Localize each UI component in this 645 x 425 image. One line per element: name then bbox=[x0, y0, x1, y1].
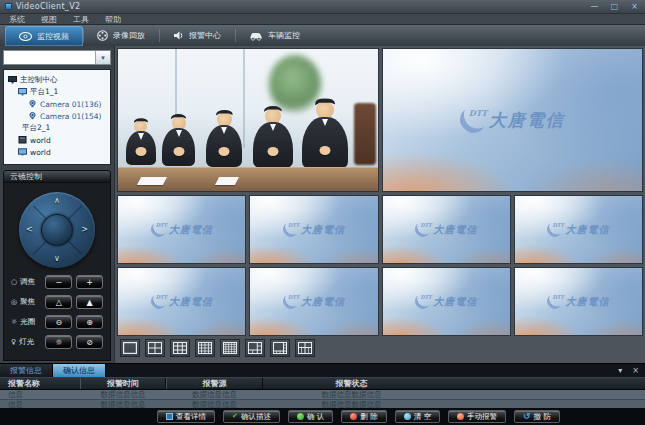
dtt-watermark: DTT 大唐電信 bbox=[383, 49, 643, 191]
bulb-icon: ♀ bbox=[11, 338, 16, 346]
menu-help[interactable]: 帮助 bbox=[105, 14, 121, 25]
layout-16-button[interactable] bbox=[195, 339, 215, 357]
tree-item-control-center[interactable]: 主控制中心 bbox=[6, 74, 108, 86]
ptz-row-label: 光圈 bbox=[20, 317, 35, 327]
confirm-button[interactable]: 确 认 bbox=[288, 410, 333, 423]
col-alarm-status: 报警状态 bbox=[263, 378, 440, 389]
video-tile-idle[interactable]: DTT 大唐電信 bbox=[382, 48, 644, 192]
layout-25-button[interactable] bbox=[220, 339, 240, 357]
clear-icon bbox=[404, 413, 411, 420]
disarm-button[interactable]: ↺撤 防 bbox=[514, 410, 560, 423]
light-off-button[interactable]: ⊘ bbox=[76, 335, 103, 349]
tree-item-world-2[interactable]: world bbox=[6, 146, 108, 158]
iris-open-button[interactable]: ⊕ bbox=[76, 315, 103, 329]
tree-item-platform1[interactable]: 平台1_1 bbox=[6, 86, 108, 98]
table-row[interactable]: 信息 数据信息信息 数据信息信息 数据信息数据信息 bbox=[0, 390, 645, 400]
ptz-row-light: ♀灯光 ☼ ⊘ bbox=[11, 335, 103, 349]
window-pane bbox=[243, 49, 245, 148]
minimize-button[interactable]: — bbox=[589, 1, 600, 12]
device-combo[interactable]: ▾ bbox=[3, 50, 111, 65]
tab-alarm-center[interactable]: 报警中心 bbox=[159, 25, 235, 46]
ptz-down-arrow[interactable]: ∨ bbox=[54, 255, 60, 263]
watermark-text: 大唐電信 bbox=[489, 109, 565, 132]
video-tile-idle[interactable]: DTT大唐電信 bbox=[382, 195, 511, 264]
video-tile-idle[interactable]: DTT大唐電信 bbox=[117, 267, 246, 336]
main-toolbar: 监控视频 录像回放 报警中心 车辆监控 bbox=[0, 25, 645, 46]
tree-item-platform2[interactable]: 平台2_1 bbox=[6, 122, 108, 134]
manual-alarm-button[interactable]: 手动报警 bbox=[448, 410, 506, 423]
zoom-minus-button[interactable]: − bbox=[45, 275, 72, 289]
tab-vehicle-monitor[interactable]: 车辆监控 bbox=[235, 25, 314, 46]
dtt-prefix: DTT bbox=[469, 108, 488, 118]
video-tile-idle[interactable]: DTT大唐電信 bbox=[514, 195, 643, 264]
close-button[interactable]: × bbox=[629, 1, 640, 12]
dtt-watermark: DTT大唐電信 bbox=[118, 268, 245, 335]
video-tile-idle[interactable]: DTT大唐電信 bbox=[117, 195, 246, 264]
paper bbox=[137, 177, 167, 185]
focus-far-button[interactable]: ▲ bbox=[76, 295, 103, 309]
eye-icon bbox=[19, 32, 32, 41]
ptz-right-arrow[interactable]: > bbox=[81, 226, 88, 234]
col-alarm-source: 报警源 bbox=[166, 378, 263, 389]
menu-system[interactable]: 系统 bbox=[9, 14, 25, 25]
ptz-row-label: 灯光 bbox=[19, 337, 34, 347]
layout-9-icon bbox=[173, 342, 187, 354]
iris-close-button[interactable]: ⊖ bbox=[45, 315, 72, 329]
ptz-panel: ∧ ∨ < > ○调焦 − + ◎聚焦 △ ▲ ☼光圈 ⊖ bbox=[3, 183, 111, 361]
tab-label: 监控视频 bbox=[37, 31, 69, 42]
ptz-left-arrow[interactable]: < bbox=[26, 226, 33, 234]
layout-4-button[interactable] bbox=[145, 339, 165, 357]
light-on-button[interactable]: ☼ bbox=[45, 335, 72, 349]
view-details-button[interactable]: 查看详情 bbox=[157, 410, 215, 423]
tab-confirm-info[interactable]: 确认信息 bbox=[53, 364, 106, 377]
cell-alarm-source: 数据信息信息 bbox=[166, 390, 263, 400]
person-silhouette bbox=[302, 101, 348, 169]
dtt-watermark: DTT大唐電信 bbox=[250, 196, 377, 263]
video-tile-idle[interactable]: DTT大唐電信 bbox=[249, 267, 378, 336]
layout-1-button[interactable] bbox=[120, 339, 140, 357]
alarm-action-bar: 查看详情 ✔确认描述 确 认 删 除 清 空 手动报警 ↺撤 防 bbox=[0, 408, 645, 425]
video-tile-live-camera[interactable] bbox=[117, 48, 379, 192]
alarm-table-header: 报警名称 报警时间 报警源 报警状态 bbox=[0, 377, 645, 390]
video-tile-idle[interactable]: DTT大唐電信 bbox=[514, 267, 643, 336]
layout-8-button[interactable] bbox=[270, 339, 290, 357]
zoom-plus-button[interactable]: + bbox=[76, 275, 103, 289]
tab-playback[interactable]: 录像回放 bbox=[83, 25, 159, 46]
app-window: VideoClient_V2 — □ × 系统 视图 工具 帮助 监控视频 录像… bbox=[0, 0, 645, 425]
dtt-watermark: DTT大唐電信 bbox=[383, 196, 510, 263]
tree-label: 平台2_1 bbox=[22, 123, 50, 133]
dtt-watermark: DTT大唐電信 bbox=[383, 268, 510, 335]
tab-alarm-info[interactable]: 报警信息 bbox=[0, 364, 53, 377]
tree-item-camera-154[interactable]: Camera 01(154) bbox=[6, 110, 108, 122]
menu-view[interactable]: 视图 bbox=[41, 14, 57, 25]
maximize-button[interactable]: □ bbox=[609, 1, 620, 12]
tab-monitor-video[interactable]: 监控视频 bbox=[5, 26, 83, 46]
monitor-icon bbox=[8, 76, 17, 84]
details-icon bbox=[166, 413, 173, 420]
layout-9-button[interactable] bbox=[170, 339, 190, 357]
video-area: DTT 大唐電信 DTT大唐電信 DTT大唐電信 DTT大唐電信 DTT大唐電信… bbox=[115, 46, 645, 363]
device-tree: 主控制中心 平台1_1 Camera 01(136) Camera 01(154… bbox=[3, 69, 111, 165]
server-icon bbox=[18, 136, 27, 144]
clear-button[interactable]: 清 空 bbox=[395, 410, 440, 423]
chevron-down-icon[interactable]: ▾ bbox=[95, 51, 110, 64]
tab-label: 车辆监控 bbox=[268, 30, 300, 41]
cell-alarm-status: 数据信息数据信息 bbox=[263, 390, 440, 400]
focus-near-button[interactable]: △ bbox=[45, 295, 72, 309]
person-silhouette bbox=[162, 116, 195, 166]
tree-item-camera-136[interactable]: Camera 01(136) bbox=[6, 98, 108, 110]
tree-item-world-1[interactable]: world bbox=[6, 134, 108, 146]
confirm-description-button[interactable]: ✔确认描述 bbox=[223, 410, 280, 423]
ptz-dpad[interactable]: ∧ ∨ < > bbox=[19, 192, 95, 268]
layout-10-button[interactable] bbox=[295, 339, 315, 357]
menu-tools[interactable]: 工具 bbox=[73, 14, 89, 25]
close-panel-icon[interactable]: × bbox=[632, 366, 639, 376]
ptz-up-arrow[interactable]: ∧ bbox=[54, 197, 60, 205]
video-tile-idle[interactable]: DTT大唐電信 bbox=[249, 195, 378, 264]
col-alarm-time: 报警时间 bbox=[80, 378, 166, 389]
collapse-panel-icon[interactable]: ▾ bbox=[618, 366, 622, 376]
manual-alarm-icon bbox=[457, 413, 464, 420]
video-tile-idle[interactable]: DTT大唐電信 bbox=[382, 267, 511, 336]
layout-6-button[interactable] bbox=[245, 339, 265, 357]
delete-button[interactable]: 删 除 bbox=[341, 410, 386, 423]
